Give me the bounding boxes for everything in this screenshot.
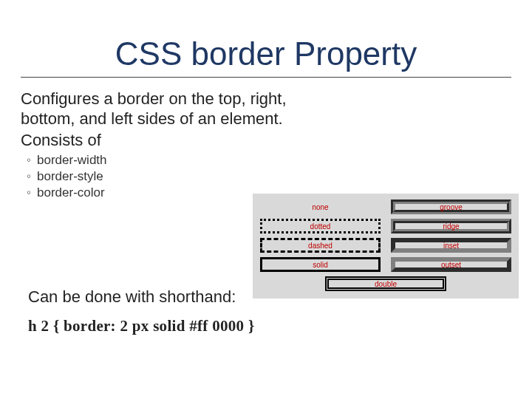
slide-title: CSS border Property <box>30 35 502 72</box>
swatch-groove: groove <box>391 200 511 214</box>
title-underline <box>21 77 511 78</box>
swatch-dotted: dotted <box>260 219 381 233</box>
intro-text: Configures a border on the top, right, b… <box>21 89 331 129</box>
list-item: border-style <box>27 169 511 184</box>
swatch-inset: inset <box>391 238 511 253</box>
swatch-none: none <box>260 200 381 214</box>
slide: CSS border Property Configures a border … <box>0 35 532 399</box>
swatch-ridge: ridge <box>391 219 511 233</box>
code-example: h 2 { border: 2 px solid #ff 0000 } <box>28 317 511 335</box>
list-item: border-width <box>27 153 511 168</box>
border-style-demo: none groove dotted ridge dashed inset so… <box>253 194 519 299</box>
swatch-solid: solid <box>260 257 381 272</box>
demo-last-row: double <box>260 276 511 291</box>
consists-label: Consists of <box>21 131 511 150</box>
swatch-dashed: dashed <box>260 238 381 253</box>
swatch-outset: outset <box>391 257 511 272</box>
swatch-double: double <box>325 276 446 291</box>
demo-grid: none groove dotted ridge dashed inset so… <box>260 200 511 291</box>
